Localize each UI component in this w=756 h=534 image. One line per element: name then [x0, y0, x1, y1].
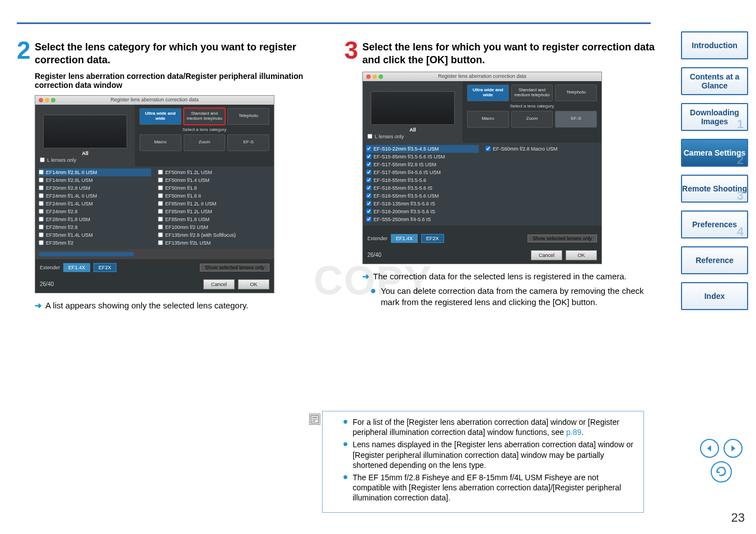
cat-zoom[interactable]: Zoom [184, 134, 226, 151]
cat-telephoto[interactable]: Telephoto [227, 108, 269, 125]
lens-row[interactable]: EF85mm f/1.8 USM [158, 216, 270, 223]
cat-ultra-wide[interactable]: Ultra wide and wide [467, 85, 509, 101]
lens-row[interactable]: EF-S17-85mm f/4-5.6 IS USM [366, 168, 479, 176]
lens-row[interactable]: EF28mm f/2.8 [39, 223, 151, 231]
all-lenses-thumb[interactable]: All L lenses only [363, 81, 463, 143]
show-selected-button[interactable]: Show selected lenses only [528, 235, 597, 242]
cat-macro[interactable]: Macro [467, 111, 509, 128]
cancel-button[interactable]: Cancel [203, 279, 235, 289]
dialog-left-title: Register lens aberration correction data [35, 97, 274, 102]
lens-row[interactable]: EF24mm f/2.8 [39, 208, 151, 216]
lens-label: EF85mm f/1.2L II USM [165, 201, 216, 207]
sidebar-item-number: 4 [737, 224, 744, 238]
lens-label: EF35mm f/1.4L USM [46, 232, 93, 238]
lens-row[interactable]: EF-S55-250mm f/4-5.6 IS [366, 216, 479, 223]
return-button[interactable] [711, 461, 732, 483]
lens-row[interactable]: EF-S18-55mm f/3.5-5.6 [366, 176, 479, 184]
next-page-button[interactable] [724, 439, 743, 458]
sidebar-item[interactable]: Introduction [681, 31, 748, 59]
lens-label: EF-S18-55mm f/3.5-5.6 [374, 177, 426, 183]
lens-row[interactable]: EF50mm f/1.2L USM [158, 168, 270, 176]
lens-row[interactable]: EF-S18-135mm f/3.5-5.6 IS [366, 200, 479, 208]
lens-row[interactable]: EF-S18-55mm f/3.5-5.6 IS [366, 184, 479, 192]
all-lenses-thumb[interactable]: All L lenses only [35, 105, 135, 166]
lens-row[interactable]: EF-S15-85mm f/3.5-5.6 IS USM [366, 153, 479, 161]
sidebar-item[interactable]: Camera Settings2 [681, 139, 748, 167]
lens-row[interactable]: EF50mm f/1.4 USM [158, 176, 270, 184]
lens-row[interactable]: EF20mm f/2.8 USM [39, 184, 151, 192]
sidebar-item[interactable]: Downloading Images1 [681, 103, 748, 131]
ok-button[interactable]: OK [238, 279, 269, 289]
link-p89[interactable]: p.89 [566, 428, 581, 437]
lens-label: EF-S55-250mm f/4-5.6 IS [374, 217, 431, 222]
cat-macro[interactable]: Macro [139, 134, 181, 151]
sidebar-item-label: Preferences [692, 220, 737, 229]
lens-row[interactable]: EF100mm f/2 USM [158, 223, 270, 231]
arrow-icon: ➜ [362, 271, 370, 282]
ext-14x-button[interactable]: EF1.4X [391, 234, 418, 243]
info-icon [309, 414, 320, 425]
lens-row[interactable]: EF50mm f/1.8 [158, 184, 270, 192]
cat-note: Select a lens category [467, 104, 597, 109]
extender-label: Extender [367, 236, 388, 241]
sidebar-item-label: Introduction [692, 41, 738, 50]
prev-page-button[interactable] [700, 439, 719, 458]
slider-track [363, 226, 601, 230]
right-bullet: You can delete correction data from the … [381, 285, 655, 308]
ext-14x-button[interactable]: EF1.4X [63, 263, 90, 272]
sidebar: IntroductionContents at a GlanceDownload… [681, 31, 748, 310]
lens-row[interactable]: EF14mm f/2.8L II USM [39, 168, 151, 176]
lens-row[interactable]: EF24mm f/1.4L USM [39, 200, 151, 208]
lens-row[interactable]: EF14mm f/2.8L USM [39, 176, 151, 184]
lens-label: EF20mm f/2.8 USM [46, 185, 90, 191]
cancel-button[interactable]: Cancel [531, 250, 562, 260]
l-lenses-only-checkbox[interactable]: L lenses only [40, 157, 76, 163]
lens-row[interactable]: EF-S60mm f/2.8 Macro USM [486, 145, 598, 153]
l-lenses-only-checkbox[interactable]: L lenses only [367, 134, 404, 139]
lens-row[interactable]: EF50mm f/1.8 II [158, 192, 270, 200]
lens-row[interactable]: EF135mm f/2L USM [158, 239, 270, 247]
sidebar-item[interactable]: Reference [681, 246, 748, 274]
cat-efs[interactable]: EF-S [555, 111, 597, 128]
lens-label: EF24mm f/2.8 [46, 209, 78, 214]
dialog-left: Register lens aberration correction data… [35, 95, 274, 293]
cat-efs[interactable]: EF-S [227, 134, 269, 151]
cat-standard[interactable]: Standard and medium telephoto [511, 85, 553, 101]
lens-label: EF50mm f/1.8 II [165, 193, 201, 199]
lens-label: EF14mm f/2.8L II USM [46, 170, 97, 175]
lens-row[interactable]: EF-S10-22mm f/3.5-4.5 USM [366, 145, 479, 153]
cat-standard[interactable]: Standard and medium telephoto [184, 108, 226, 125]
lens-label: EF14mm f/2.8L USM [46, 177, 93, 183]
ext-2x-button[interactable]: EF2X [94, 263, 116, 272]
show-selected-button[interactable]: Show selected lenses only [200, 264, 269, 271]
lens-row[interactable]: EF135mm f/2.8 (with Softfocus) [158, 231, 270, 239]
lens-row[interactable]: EF-S18-200mm f/3.5-5.6 IS [366, 208, 479, 216]
cat-ultra-wide[interactable]: Ultra wide and wide [139, 108, 181, 125]
note-2: Lens names displayed in the [Register le… [353, 439, 637, 470]
lens-row[interactable]: EF35mm f/1.4L USM [39, 231, 151, 239]
arrow-icon: ➜ [35, 300, 42, 311]
sidebar-item[interactable]: Preferences4 [681, 210, 748, 238]
lens-label: EF-S60mm f/2.8 Macro USM [493, 146, 558, 152]
sidebar-item[interactable]: Remote Shooting3 [681, 175, 748, 203]
lens-row[interactable]: EF-S17-55mm f/2.8 IS USM [366, 161, 479, 168]
lens-row[interactable]: EF85mm f/1.2L USM [158, 208, 270, 216]
dialog-right: Register lens aberration correction data… [362, 72, 602, 264]
lens-row[interactable]: EF-S18-55mm f/3.5-5.6 USM [366, 192, 479, 200]
ext-2x-button[interactable]: EF2X [421, 234, 444, 243]
ok-button[interactable]: OK [566, 250, 597, 260]
lens-row[interactable]: EF28mm f/1.8 USM [39, 216, 151, 223]
extender-label: Extender [40, 265, 60, 270]
lens-row[interactable]: EF24mm f/1.4L II USM [39, 192, 151, 200]
lens-row[interactable]: EF35mm f/2 [39, 239, 151, 247]
cat-zoom[interactable]: Zoom [511, 111, 553, 128]
lens-row[interactable]: EF85mm f/1.2L II USM [158, 200, 270, 208]
cat-telephoto[interactable]: Telephoto [555, 85, 597, 101]
note-1: For a list of the [Register lens aberrat… [353, 417, 637, 437]
slider-track[interactable] [35, 249, 274, 259]
sidebar-item[interactable]: Contents at a Glance [681, 67, 748, 95]
lens-label: EF135mm f/2L USM [165, 240, 211, 246]
lens-label: EF24mm f/1.4L USM [46, 201, 93, 207]
bullet-icon: ● [343, 439, 348, 470]
sidebar-item[interactable]: Index [681, 282, 748, 310]
